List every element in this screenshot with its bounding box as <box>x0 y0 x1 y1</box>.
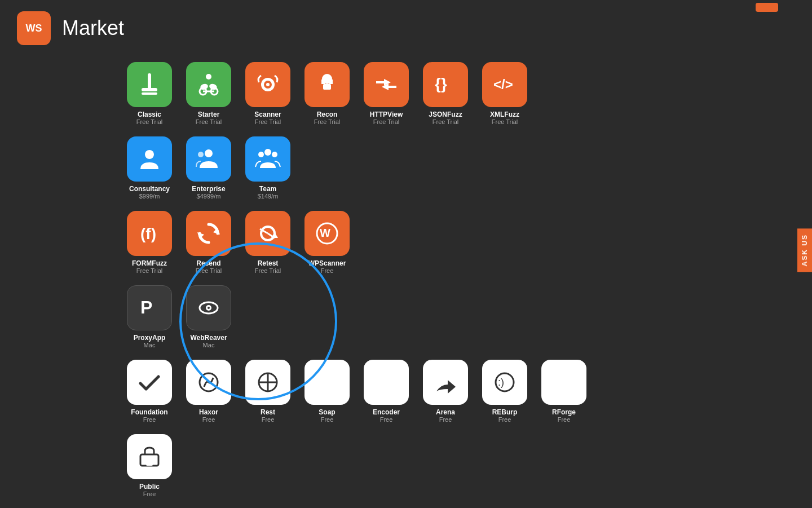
svg-rect-49 <box>377 374 380 388</box>
enterprise-icon <box>186 136 231 182</box>
httpview-label: HTTPView <box>370 111 403 118</box>
formfuzz-sub: Free Trial <box>136 267 162 274</box>
svg-point-27 <box>272 152 277 157</box>
httpview-icon <box>364 62 409 107</box>
webreaver-label: WebReaver <box>190 334 227 342</box>
encoder-label: Encoder <box>373 408 400 416</box>
app-consultancy[interactable]: Consultancy $999/m <box>124 136 175 200</box>
arena-sub: Free <box>439 416 452 423</box>
app-team[interactable]: Team $149/m <box>242 136 293 200</box>
foundation-label: Foundation <box>131 408 167 416</box>
app-retest[interactable]: Retest Free Trial <box>242 211 293 274</box>
xmlfuzz-label: XMLFuzz <box>490 111 519 118</box>
app-row-4: P ProxyApp Mac WebReaver Mac <box>124 285 795 348</box>
public-icon <box>127 434 172 479</box>
svg-marker-32 <box>271 232 278 238</box>
svg-point-25 <box>264 149 271 156</box>
content-area: Classic Free Trial Starter Free Trial <box>0 56 812 508</box>
svg-point-22 <box>145 150 154 159</box>
svg-text:(f): (f) <box>140 225 156 242</box>
app-soap[interactable]: Soap Free <box>302 360 352 423</box>
scanner-sub: Free Trial <box>255 118 281 125</box>
svg-text:</>: </> <box>493 77 513 92</box>
consultancy-label: Consultancy <box>129 185 170 193</box>
app-xmlfuzz[interactable]: </> XMLFuzz Free Trial <box>479 62 530 125</box>
formfuzz-icon: (f) <box>127 211 172 256</box>
app-foundation[interactable]: Foundation Free <box>124 360 175 423</box>
recon-sub: Free Trial <box>314 118 340 125</box>
scanner-label: Scanner <box>254 111 281 118</box>
svg-point-38 <box>208 307 210 309</box>
recon-icon <box>304 62 350 107</box>
ask-us-button[interactable]: ASK US <box>797 228 812 272</box>
svg-text::): :) <box>498 377 504 388</box>
app-httpview[interactable]: HTTPView Free Trial <box>361 62 412 125</box>
starter-sub: Free Trial <box>196 118 222 125</box>
formfuzz-label: FORMFuzz <box>132 259 167 267</box>
app-starter[interactable]: Starter Free Trial <box>183 62 234 125</box>
top-orange-button[interactable] <box>756 3 778 12</box>
app-row-6: Public Free <box>124 434 795 497</box>
svg-point-3 <box>206 74 211 79</box>
app-resend[interactable]: Resend Free Trial <box>183 211 234 274</box>
app-rforge[interactable]: RForge Free <box>539 360 589 423</box>
classic-sub: Free Trial <box>136 118 162 125</box>
app-public[interactable]: Public Free <box>124 434 175 497</box>
jsonfuzz-icon: {} <box>423 62 468 107</box>
app-wpscanner[interactable]: W WPScanner Free <box>302 211 352 274</box>
svg-rect-13 <box>323 84 331 90</box>
soap-label: Soap <box>319 408 335 416</box>
app-row-2: Consultancy $999/m Enterprise $4999/m <box>124 136 795 200</box>
app-scanner[interactable]: Scanner Free Trial <box>242 62 293 125</box>
app-haxor[interactable]: Haxor Free <box>183 360 234 423</box>
arena-label: Arena <box>436 408 455 416</box>
arena-icon <box>423 360 468 405</box>
reburp-sub: Free <box>498 416 511 423</box>
haxor-icon <box>186 360 231 405</box>
app-proxyapp[interactable]: P ProxyApp Mac <box>124 285 175 348</box>
retest-icon <box>245 211 290 256</box>
public-label: Public <box>139 483 160 491</box>
proxyapp-sub: Mac <box>144 342 156 348</box>
consultancy-icon <box>127 136 172 182</box>
encoder-sub: Free <box>380 416 393 423</box>
recon-label: Recon <box>317 111 338 118</box>
app-recon[interactable]: Recon Free Trial <box>302 62 352 125</box>
enterprise-label: Enterprise <box>192 185 225 193</box>
svg-point-56 <box>148 449 151 453</box>
resend-sub: Free Trial <box>196 267 222 274</box>
team-icon <box>245 136 290 182</box>
rest-label: Rest <box>261 408 275 416</box>
app-encoder[interactable]: Encoder Free <box>361 360 412 423</box>
proxyapp-icon: P <box>127 285 172 330</box>
webreaver-sub: Mac <box>203 342 215 348</box>
encoder-icon <box>364 360 409 405</box>
foundation-sub: Free <box>143 416 156 423</box>
haxor-sub: Free <box>202 416 215 423</box>
resend-label: Resend <box>196 259 220 267</box>
app-reburp[interactable]: :) REBurp Free <box>479 360 530 423</box>
app-arena[interactable]: Arena Free <box>420 360 471 423</box>
rforge-sub: Free <box>558 416 571 423</box>
app-jsonfuzz[interactable]: {} JSONFuzz Free Trial <box>420 62 471 125</box>
svg-rect-52 <box>561 374 575 388</box>
consultancy-sub: $999/m <box>139 193 160 200</box>
svg-rect-1 <box>142 88 157 91</box>
team-sub: $149/m <box>258 193 279 200</box>
app-row-1: Classic Free Trial Starter Free Trial <box>124 62 795 125</box>
jsonfuzz-label: JSONFuzz <box>429 111 462 118</box>
xmlfuzz-icon: </> <box>482 62 527 107</box>
app-logo[interactable]: WS <box>17 11 51 45</box>
svg-rect-43 <box>324 373 330 377</box>
wpscanner-icon: W <box>304 211 350 256</box>
rforge-label: RForge <box>552 408 576 416</box>
app-formfuzz[interactable]: (f) FORMFuzz Free Trial <box>124 211 175 274</box>
app-rest[interactable]: Rest Free <box>242 360 293 423</box>
app-webreaver[interactable]: WebReaver Mac <box>183 285 234 348</box>
app-classic[interactable]: Classic Free Trial <box>124 62 175 125</box>
rest-sub: Free <box>262 416 275 423</box>
app-enterprise[interactable]: Enterprise $4999/m <box>183 136 234 200</box>
reburp-icon: :) <box>482 360 527 405</box>
team-label: Team <box>259 185 276 193</box>
rest-icon <box>245 360 290 405</box>
